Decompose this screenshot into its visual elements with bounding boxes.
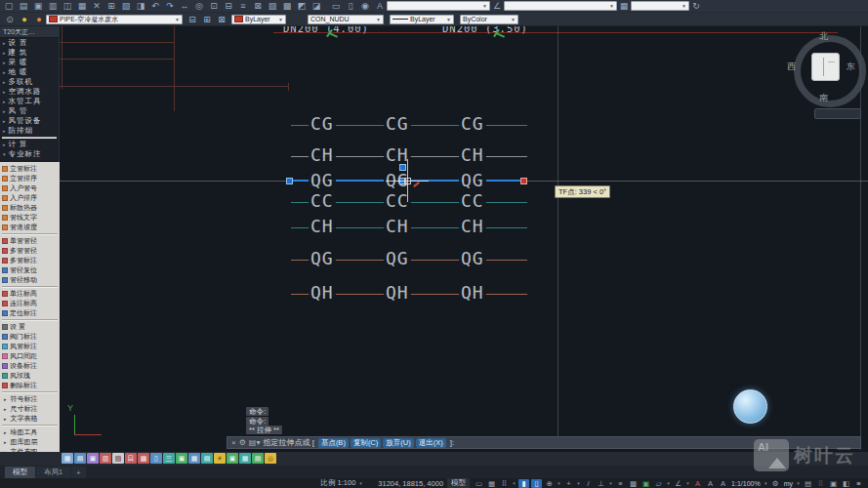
annotation-monitor-icon[interactable]: ▱ xyxy=(653,479,664,488)
pipe-label[interactable]: CH xyxy=(309,144,336,166)
menu-settings[interactable]: 设 置 xyxy=(0,38,59,48)
graphics-performance-icon[interactable]: ⠿ xyxy=(815,479,826,488)
pipe-label[interactable]: CG xyxy=(309,113,336,135)
menu-single-pipe-diameter[interactable]: 单管管径 xyxy=(0,236,60,246)
ortho-mode-icon[interactable]: ⊕ xyxy=(544,479,555,488)
caret-icon[interactable]: ▾ xyxy=(796,479,801,488)
quick-tool-icon[interactable]: ▤ xyxy=(201,453,213,464)
dynamic-input-icon[interactable]: ▯ xyxy=(531,479,542,488)
zoom-window-icon[interactable]: ⊡ xyxy=(207,0,221,12)
pipe-label[interactable]: QH xyxy=(459,282,486,304)
menu-professional-annotation[interactable]: 专业标注 xyxy=(0,149,59,159)
wrench-icon[interactable]: ⚙ xyxy=(239,437,246,448)
pipe-label[interactable]: QG xyxy=(309,248,336,269)
layer-properties-icon[interactable]: ⊙ xyxy=(3,14,17,25)
annotation-scale-value[interactable]: 1:1/100% xyxy=(730,479,762,488)
polar-tracking-icon[interactable]: + xyxy=(563,479,574,488)
menu-drawing-tools[interactable]: 绘图工具 xyxy=(0,427,60,437)
pipe-label[interactable]: QH xyxy=(384,282,411,304)
snap-mode-icon[interactable]: ⠿ xyxy=(499,479,510,488)
window-icon[interactable]: ▯ xyxy=(344,0,357,12)
workspace-icon[interactable]: ▭ xyxy=(329,0,343,12)
transparency-icon[interactable]: ▩ xyxy=(628,479,639,488)
model-space-button[interactable]: 模型 xyxy=(447,478,470,488)
open-file-icon[interactable]: ▤ xyxy=(17,0,30,12)
option-copy[interactable]: 复制(C) xyxy=(351,438,381,448)
tab-model[interactable]: 模型 xyxy=(5,467,35,478)
markup-icon[interactable]: ◩ xyxy=(295,0,309,12)
pipe-label[interactable]: QG xyxy=(459,170,486,191)
menu-heating[interactable]: 采 暖 xyxy=(0,58,59,67)
quick-tool-icon[interactable]: ▤ xyxy=(252,453,264,464)
layer-combo[interactable]: PIPE-空冷凝水废水▼ xyxy=(46,15,183,24)
pipe-label[interactable]: CH xyxy=(459,216,486,237)
menu-multi-pipe-annotation[interactable]: 多管标注 xyxy=(0,256,60,265)
menu-symbol-annotation[interactable]: 符号标注 xyxy=(0,394,60,404)
publish-icon[interactable]: ▦ xyxy=(75,0,89,12)
my-account-menu[interactable]: my xyxy=(783,479,794,488)
pipe-label[interactable]: CH xyxy=(384,216,411,237)
menu-duct-annotation[interactable]: 风管标注 xyxy=(0,342,60,351)
pipe-label[interactable]: QH xyxy=(309,282,336,304)
quick-tool-icon[interactable]: ▣ xyxy=(176,453,187,464)
infer-constraints-icon[interactable]: ▮ xyxy=(518,479,529,488)
compass-east-label[interactable]: 东 xyxy=(847,61,855,73)
autoscale-icon[interactable]: A xyxy=(705,479,716,488)
selection-cycling-icon[interactable]: ▣ xyxy=(641,479,651,488)
menu-diameter-move[interactable]: 管径移动 xyxy=(0,275,60,285)
design-center-icon[interactable]: ⊠ xyxy=(251,0,265,12)
quick-tool-icon[interactable]: ▦ xyxy=(62,453,73,464)
tool-palettes-icon[interactable]: ▨ xyxy=(266,0,279,12)
menu-smoke-control[interactable]: 防排烟 xyxy=(0,126,59,136)
quick-tool-icon[interactable]: ▧ xyxy=(112,453,124,464)
workspace-combo[interactable]: ▼ xyxy=(387,1,490,11)
close-icon[interactable]: × xyxy=(231,437,236,448)
compass-west-label[interactable]: 西 xyxy=(787,61,796,73)
menu-building[interactable]: 建 筑 xyxy=(0,48,59,58)
copy-icon[interactable]: ⊞ xyxy=(104,0,118,12)
menu-pipe-text[interactable]: 管线文字 xyxy=(0,213,60,223)
compass-north-label[interactable]: 北 xyxy=(819,30,828,43)
caret-icon[interactable]: ▾ xyxy=(685,479,690,488)
undo-icon[interactable]: ↶ xyxy=(148,0,162,12)
menu-text-table[interactable]: 文字表格 xyxy=(0,414,60,424)
menu-library-layers[interactable]: 图库图层 xyxy=(0,437,60,447)
menu-calculation[interactable]: 计 算 xyxy=(0,140,59,149)
menu-delete-annotation[interactable]: 删除标注 xyxy=(0,381,60,390)
clean-screen-icon[interactable]: ▣ xyxy=(828,479,839,488)
new-layout-button[interactable]: + xyxy=(71,467,85,478)
caret-icon[interactable]: ▾ xyxy=(512,479,517,488)
tab-layout1[interactable]: 布局1 xyxy=(36,467,70,478)
menu-entry-sort[interactable]: 入户排序 xyxy=(0,193,60,203)
quick-tool-icon[interactable]: 三 xyxy=(163,453,175,464)
zoom-realtime-icon[interactable]: ◎ xyxy=(192,0,206,12)
zoom-previous-icon[interactable]: ⊟ xyxy=(222,0,235,12)
paste-icon[interactable]: ▧ xyxy=(119,0,133,12)
new-file-icon[interactable]: ▢ xyxy=(2,0,16,12)
table-style-icon[interactable]: ▦ xyxy=(617,0,631,12)
grip-midpoint[interactable] xyxy=(399,164,406,171)
object-snap-tracking-icon[interactable]: ⊥ xyxy=(596,479,606,488)
layer-previous-icon[interactable]: ⊟ xyxy=(186,14,199,25)
plot-preview-icon[interactable]: ◫ xyxy=(61,0,74,12)
dim-style-icon[interactable]: ∠ xyxy=(490,0,504,12)
menu-position-annotation[interactable]: 定位标注 xyxy=(0,308,60,318)
lineweight-display-icon[interactable]: ≡ xyxy=(615,479,626,488)
grip-hot[interactable] xyxy=(520,178,527,184)
pan-icon[interactable]: ↔ xyxy=(178,0,191,12)
match-properties-icon[interactable]: ◨ xyxy=(134,0,147,12)
quick-tool-icon[interactable]: ☀ xyxy=(214,453,226,464)
menu-multi-pipe-diameter[interactable]: 多管管径 xyxy=(0,246,60,256)
quick-tool-icon[interactable]: ▣ xyxy=(87,453,99,464)
pipe-label[interactable]: CG xyxy=(459,113,486,135)
fullscreen-icon[interactable]: ◧ xyxy=(841,479,851,488)
plot-icon[interactable]: ▥ xyxy=(46,0,60,12)
menu-standpipe-sort[interactable]: 立管排序 xyxy=(0,174,60,183)
isodraft-icon[interactable]: ∠ xyxy=(673,479,683,488)
text-style-combo[interactable]: CON_NUDU▼ xyxy=(308,15,384,24)
grid-display-icon[interactable]: ▦ xyxy=(486,479,497,488)
object-snap-icon[interactable]: / xyxy=(583,479,594,488)
pipe-label[interactable]: QG xyxy=(384,248,411,269)
menu-multi-split[interactable]: 多联机 xyxy=(0,77,59,87)
scale-selector[interactable]: 比例 1:100 xyxy=(320,478,355,488)
